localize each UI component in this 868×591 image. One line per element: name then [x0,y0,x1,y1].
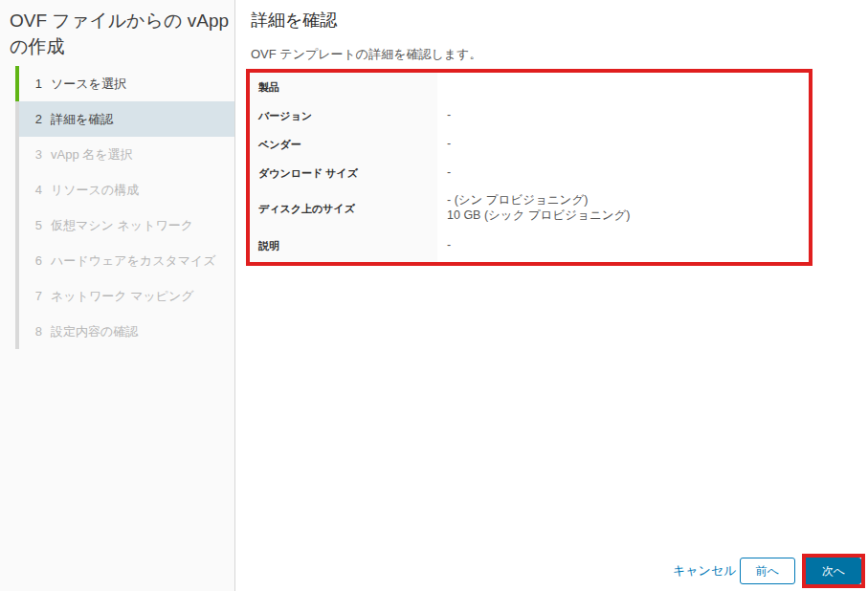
detail-row-product: 製品 [250,73,809,101]
step-number: 1 [33,77,42,91]
step-number: 8 [33,324,42,339]
wizard-title: OVF ファイルからの vApp の作成 [10,8,234,59]
details-annotation-box: 製品バージョン-ベンダー-ダウンロード サイズ-ディスク上のサイズ- (シン プ… [246,69,812,266]
step-number: 7 [33,289,42,303]
step-number: 5 [33,218,42,232]
detail-value-description: - [437,230,809,262]
sidebar-step-select-vapp-name: 3vApp 名を選択 [15,137,234,172]
wizard-sidebar: OVF ファイルからの vApp の作成 1ソースを選択2詳細を確認3vApp … [0,0,235,591]
page-title: 詳細を確認 [251,9,337,32]
sidebar-step-customize-hardware: 6ハードウェアをカスタマイズ [15,243,234,278]
sidebar-step-review-details[interactable]: 2詳細を確認 [15,101,234,137]
detail-label-product: 製品 [250,73,437,101]
step-number: 3 [33,147,42,162]
sidebar-step-network-mapping: 7ネットワーク マッピング [15,278,234,314]
step-label: 詳細を確認 [51,111,113,128]
sidebar-step-review-settings: 8設定内容の確認 [15,314,234,349]
step-label: 仮想マシン ネットワーク [51,217,193,234]
wizard-step-list: 1ソースを選択2詳細を確認3vApp 名を選択4リソースの構成5仮想マシン ネッ… [15,66,234,349]
detail-value-vendor: - [437,130,809,159]
previous-button[interactable]: 前へ [740,558,795,584]
ovf-details-table: 製品バージョン-ベンダー-ダウンロード サイズ-ディスク上のサイズ- (シン プ… [250,73,809,262]
step-number: 2 [33,112,42,126]
next-button[interactable]: 次へ [806,558,861,584]
cancel-button[interactable]: キャンセル [673,562,737,580]
sidebar-step-configure-resources: 4リソースの構成 [15,172,234,208]
detail-row-download-size: ダウンロード サイズ- [250,159,809,187]
detail-row-version: バージョン- [250,101,809,130]
step-label: vApp 名を選択 [51,146,133,164]
step-label: ハードウェアをカスタマイズ [51,252,216,270]
detail-value-version: - [437,101,809,130]
step-number: 6 [33,253,42,268]
detail-label-vendor: ベンダー [250,130,437,159]
step-number: 4 [33,183,42,197]
detail-label-download-size: ダウンロード サイズ [250,159,437,187]
detail-row-vendor: ベンダー- [250,130,809,159]
wizard-content: 詳細を確認 OVF テンプレートの詳細を確認します。 製品バージョン-ベンダー-… [236,0,868,591]
sidebar-step-select-source[interactable]: 1ソースを選択 [15,66,234,101]
detail-value-size-on-disk: - (シン プロビジョニング) 10 GB (シック プロビジョニング) [437,187,809,230]
detail-value-product [437,73,809,101]
detail-row-size-on-disk: ディスク上のサイズ- (シン プロビジョニング) 10 GB (シック プロビジ… [250,187,809,230]
detail-row-description: 説明- [250,230,809,262]
step-label: リソースの構成 [51,182,139,199]
step-label: ソースを選択 [51,76,126,93]
detail-label-version: バージョン [250,101,437,130]
step-label: 設定内容の確認 [51,323,138,340]
detail-value-download-size: - [437,159,809,187]
page-subtitle: OVF テンプレートの詳細を確認します。 [251,46,481,63]
next-annotation-box: 次へ [802,554,865,588]
detail-label-size-on-disk: ディスク上のサイズ [250,187,437,230]
step-label: ネットワーク マッピング [51,288,194,305]
sidebar-step-vm-networks: 5仮想マシン ネットワーク [15,208,234,243]
detail-label-description: 説明 [250,230,437,262]
